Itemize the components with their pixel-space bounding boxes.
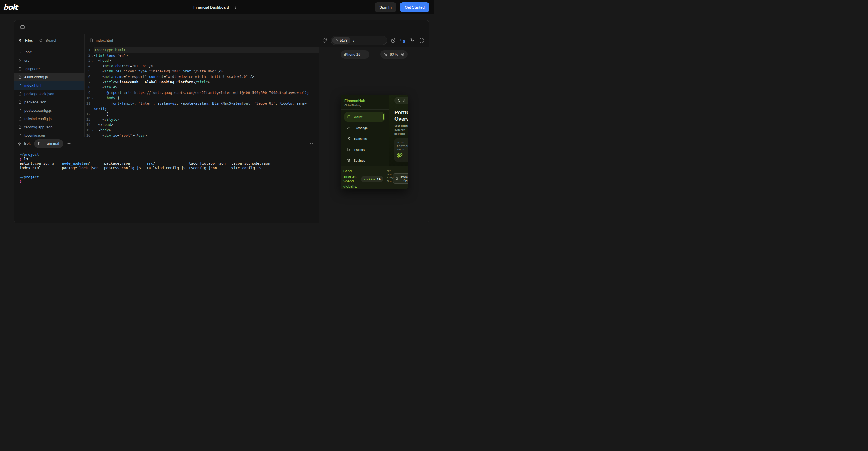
tab-files[interactable]: Files <box>19 38 33 43</box>
app-nav-exchange[interactable]: Exchange <box>344 123 385 133</box>
zoom-controls: 60 % <box>380 50 408 59</box>
line-number: 5 <box>85 69 90 74</box>
reload-preview-icon[interactable] <box>322 38 327 43</box>
zoom-level: 60 % <box>390 53 398 57</box>
file-icon <box>90 38 93 42</box>
fold-icon[interactable]: ⌄ <box>90 128 94 133</box>
line-number: 15 <box>85 128 90 133</box>
fold-icon[interactable]: ⌄ <box>90 95 94 101</box>
file-explorer: Files Search .boltsrc.gitignoreeslint.co… <box>14 34 85 137</box>
zoom-out-icon[interactable] <box>383 53 388 57</box>
fullscreen-icon[interactable] <box>420 38 424 43</box>
app-nav-label: Exchange <box>353 126 368 130</box>
editor-tab-index-html[interactable]: index.html <box>90 38 113 43</box>
line-number: 11 <box>85 101 90 111</box>
sign-in-button[interactable]: Sign In <box>375 2 396 12</box>
download-app-label: Download App <box>400 175 408 181</box>
app-nav-transfers[interactable]: Transfers <box>344 134 385 143</box>
file-tree-item[interactable]: .bolt <box>14 48 84 56</box>
terminal-header: Bolt Terminal <box>14 137 319 150</box>
bolt-tab-label: Bolt <box>24 141 30 146</box>
code-line: 3⌄ <head> <box>85 58 319 63</box>
terminal-output[interactable]: ~/project❯ lseslint.config.jsnode_module… <box>14 150 319 223</box>
file-tree-item[interactable]: src <box>14 56 84 65</box>
code-line: 11 font-family: 'Inter', system-ui, -app… <box>85 101 319 111</box>
file-tree-item[interactable]: tailwind.config.js <box>14 115 84 123</box>
app-nav-label: Wallet <box>353 115 362 119</box>
app-nav-label: Transfers <box>353 137 367 140</box>
fold-icon <box>90 133 94 137</box>
fold-icon[interactable]: ⌄ <box>90 58 94 63</box>
search-icon <box>39 38 43 43</box>
file-tree-item[interactable]: tsconfig.json <box>14 131 84 137</box>
chart-icon <box>347 148 351 151</box>
send-icon <box>347 137 351 140</box>
code-editor[interactable]: 1<!doctype html>2⌄<html lang="en">3⌄ <he… <box>85 47 319 137</box>
code-line: 5 <link rel="icon" type="image/svg+xml" … <box>85 69 319 74</box>
collapse-app-sidebar-icon[interactable] <box>382 100 385 103</box>
device-mode-icon[interactable] <box>400 38 405 43</box>
new-terminal-icon[interactable] <box>67 141 71 146</box>
fold-icon <box>90 63 94 69</box>
app-nav-settings[interactable]: Settings <box>344 156 385 165</box>
bolt-logo[interactable]: bolt <box>3 3 18 11</box>
fold-icon[interactable]: ⌄ <box>90 53 94 58</box>
file-name: .bolt <box>24 50 32 54</box>
line-number: 8 <box>85 85 90 90</box>
file-tree-item[interactable]: postcss.config.js <box>14 106 84 115</box>
file-tree-item[interactable]: index.html <box>14 81 84 90</box>
toggle-sidebar-icon[interactable] <box>20 25 25 30</box>
preview-controls: iPhone 16 60 % <box>341 50 408 59</box>
sun-icon[interactable] <box>397 99 400 102</box>
fold-icon <box>90 69 94 74</box>
download-app-button[interactable]: Download App <box>393 173 408 184</box>
zoom-in-icon[interactable] <box>401 53 405 57</box>
file-tree-item[interactable]: tsconfig.app.json <box>14 123 84 131</box>
workbench-main: Files Search .boltsrc.gitignoreeslint.co… <box>14 34 429 223</box>
file-name: tsconfig.json <box>24 133 45 137</box>
preview-canvas: iPhone 16 60 % FinanceHub G <box>319 47 429 223</box>
fold-icon <box>90 101 94 111</box>
code-line: 4 <meta charset="UTF-8" /> <box>85 63 319 69</box>
nav-actions: Sign In Get Started <box>375 2 429 12</box>
preview-url-bar[interactable]: 5173 / <box>331 36 387 45</box>
kebab-menu-icon[interactable] <box>234 5 238 9</box>
project-title-group: Financial Dashboard <box>193 0 238 15</box>
open-in-new-tab-icon[interactable] <box>391 38 396 43</box>
footer-headline: Send smarter. Spend globally. <box>343 169 362 189</box>
code-editor-panel: index.html 1<!doctype html>2⌄<html lang=… <box>85 34 319 137</box>
app-nav-insights[interactable]: Insights <box>344 145 385 154</box>
file-tree-item[interactable]: package-lock.json <box>14 90 84 98</box>
divider <box>341 109 389 110</box>
fold-icon <box>90 111 94 117</box>
file-tree-item[interactable]: package.json <box>14 98 84 106</box>
theme-toggle[interactable] <box>394 97 408 104</box>
terminal-tab-bolt[interactable]: Bolt <box>18 141 30 146</box>
app-nav-wallet[interactable]: Wallet <box>344 112 385 121</box>
tab-search[interactable]: Search <box>39 38 57 43</box>
file-tree-item[interactable]: .gitignore <box>14 65 84 73</box>
portfolio-card: TOTAL PORTFOLIO VALUE $2 <box>394 138 408 162</box>
line-number: 6 <box>85 74 90 80</box>
chevron-right-icon <box>18 50 22 54</box>
terminal-tab-terminal[interactable]: Terminal <box>34 139 63 148</box>
file-tree-item[interactable]: eslint.config.js <box>14 73 84 81</box>
app-subheading: Your global currency positions <box>394 124 408 136</box>
moon-icon[interactable] <box>403 99 406 102</box>
workbench-panel: Files Search .boltsrc.gitignoreeslint.co… <box>14 20 429 224</box>
preview-actions <box>391 38 424 43</box>
editor-tabbar: index.html <box>85 34 319 47</box>
collapse-terminal-icon[interactable] <box>309 141 314 146</box>
terminal-prompt: ❯ <box>20 179 319 184</box>
file-icon <box>18 92 22 96</box>
device-selector[interactable]: iPhone 16 <box>341 50 369 59</box>
fold-icon[interactable]: ⌄ <box>90 85 94 90</box>
app-tagline: Global Banking <box>344 104 365 107</box>
get-started-button[interactable]: Get Started <box>400 2 429 12</box>
pointer-events-icon[interactable] <box>410 38 414 43</box>
fold-icon <box>90 122 94 128</box>
terminal-cwd: ~/project <box>20 152 319 157</box>
preview-panel: 5173 / iPhone 16 <box>319 34 429 223</box>
file-icon <box>18 125 22 129</box>
port-badge[interactable]: 5173 <box>332 37 350 44</box>
